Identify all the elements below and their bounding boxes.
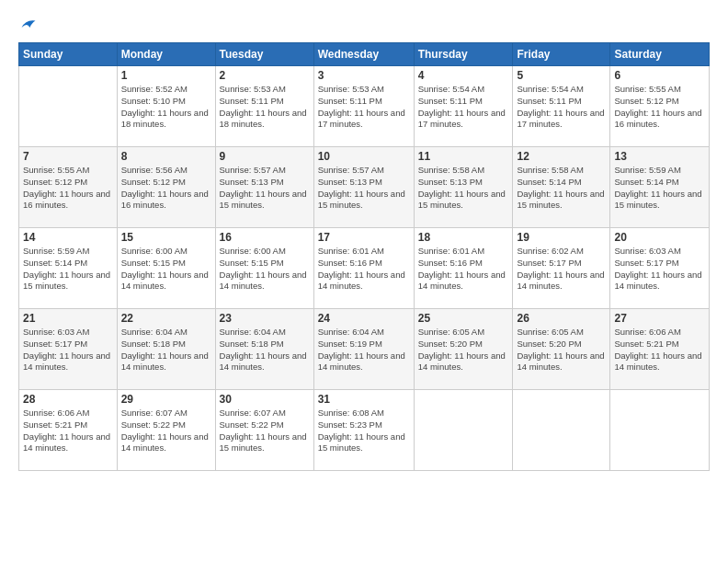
day-info: Sunrise: 6:07 AM Sunset: 5:22 PM Dayligh… xyxy=(121,408,211,454)
day-info: Sunrise: 6:00 AM Sunset: 5:15 PM Dayligh… xyxy=(220,246,310,293)
calendar-cell: 18Sunrise: 6:01 AM Sunset: 5:16 PM Dayli… xyxy=(414,228,513,309)
calendar-week-row: 21Sunrise: 6:03 AM Sunset: 5:17 PM Dayli… xyxy=(19,309,710,390)
day-number: 15 xyxy=(121,231,211,244)
day-number: 25 xyxy=(418,312,509,325)
calendar-week-row: 28Sunrise: 6:06 AM Sunset: 5:21 PM Dayli… xyxy=(19,390,710,471)
day-info: Sunrise: 5:53 AM Sunset: 5:11 PM Dayligh… xyxy=(220,84,310,131)
weekday-header: Friday xyxy=(513,43,610,66)
day-number: 9 xyxy=(220,150,310,163)
calendar-cell: 13Sunrise: 5:59 AM Sunset: 5:14 PM Dayli… xyxy=(610,147,710,228)
day-number: 28 xyxy=(23,393,113,406)
calendar-cell: 21Sunrise: 6:03 AM Sunset: 5:17 PM Dayli… xyxy=(19,309,118,390)
calendar-cell: 29Sunrise: 6:07 AM Sunset: 5:22 PM Dayli… xyxy=(117,390,215,471)
day-number: 16 xyxy=(220,231,310,244)
day-info: Sunrise: 6:08 AM Sunset: 5:23 PM Dayligh… xyxy=(318,408,410,454)
weekday-header: Saturday xyxy=(610,43,710,66)
calendar-cell xyxy=(610,390,710,471)
calendar-cell: 25Sunrise: 6:05 AM Sunset: 5:20 PM Dayli… xyxy=(414,309,513,390)
header xyxy=(18,17,710,33)
calendar-week-row: 14Sunrise: 5:59 AM Sunset: 5:14 PM Dayli… xyxy=(19,228,710,309)
calendar-header-row: SundayMondayTuesdayWednesdayThursdayFrid… xyxy=(19,43,710,66)
day-info: Sunrise: 6:04 AM Sunset: 5:18 PM Dayligh… xyxy=(121,327,211,373)
day-info: Sunrise: 5:57 AM Sunset: 5:13 PM Dayligh… xyxy=(220,165,310,212)
day-info: Sunrise: 6:03 AM Sunset: 5:17 PM Dayligh… xyxy=(23,327,113,373)
calendar-cell xyxy=(414,390,513,471)
day-number: 17 xyxy=(318,231,410,244)
calendar-week-row: 1Sunrise: 5:52 AM Sunset: 5:10 PM Daylig… xyxy=(19,66,710,147)
day-info: Sunrise: 6:04 AM Sunset: 5:18 PM Dayligh… xyxy=(220,327,310,373)
day-number: 14 xyxy=(23,231,113,244)
logo-bird-icon xyxy=(20,17,37,33)
day-info: Sunrise: 6:06 AM Sunset: 5:21 PM Dayligh… xyxy=(23,408,113,454)
calendar-cell: 7Sunrise: 5:55 AM Sunset: 5:12 PM Daylig… xyxy=(19,147,118,228)
day-info: Sunrise: 5:52 AM Sunset: 5:10 PM Dayligh… xyxy=(121,84,211,131)
day-info: Sunrise: 5:54 AM Sunset: 5:11 PM Dayligh… xyxy=(517,84,606,131)
day-info: Sunrise: 6:05 AM Sunset: 5:20 PM Dayligh… xyxy=(517,327,606,373)
calendar-cell: 22Sunrise: 6:04 AM Sunset: 5:18 PM Dayli… xyxy=(117,309,215,390)
calendar-week-row: 7Sunrise: 5:55 AM Sunset: 5:12 PM Daylig… xyxy=(19,147,710,228)
day-number: 4 xyxy=(418,69,509,82)
day-number: 7 xyxy=(23,150,113,163)
weekday-header: Monday xyxy=(117,43,215,66)
day-info: Sunrise: 5:59 AM Sunset: 5:14 PM Dayligh… xyxy=(23,246,113,293)
day-number: 30 xyxy=(220,393,310,406)
day-number: 23 xyxy=(220,312,310,325)
calendar-cell: 31Sunrise: 6:08 AM Sunset: 5:23 PM Dayli… xyxy=(313,390,414,471)
day-number: 3 xyxy=(318,69,410,82)
calendar-table: SundayMondayTuesdayWednesdayThursdayFrid… xyxy=(18,42,710,471)
calendar-cell: 8Sunrise: 5:56 AM Sunset: 5:12 PM Daylig… xyxy=(117,147,215,228)
day-info: Sunrise: 5:57 AM Sunset: 5:13 PM Dayligh… xyxy=(318,165,410,212)
day-number: 5 xyxy=(517,69,606,82)
day-number: 20 xyxy=(614,231,705,244)
day-info: Sunrise: 5:55 AM Sunset: 5:12 PM Dayligh… xyxy=(23,165,113,212)
calendar-cell: 27Sunrise: 6:06 AM Sunset: 5:21 PM Dayli… xyxy=(610,309,710,390)
calendar-cell xyxy=(513,390,610,471)
day-number: 22 xyxy=(121,312,211,325)
day-info: Sunrise: 5:56 AM Sunset: 5:12 PM Dayligh… xyxy=(121,165,211,212)
day-info: Sunrise: 5:58 AM Sunset: 5:13 PM Dayligh… xyxy=(418,165,509,212)
calendar-cell: 5Sunrise: 5:54 AM Sunset: 5:11 PM Daylig… xyxy=(513,66,610,147)
calendar-cell: 26Sunrise: 6:05 AM Sunset: 5:20 PM Dayli… xyxy=(513,309,610,390)
calendar-cell: 15Sunrise: 6:00 AM Sunset: 5:15 PM Dayli… xyxy=(117,228,215,309)
calendar-cell: 4Sunrise: 5:54 AM Sunset: 5:11 PM Daylig… xyxy=(414,66,513,147)
day-number: 8 xyxy=(121,150,211,163)
day-info: Sunrise: 6:06 AM Sunset: 5:21 PM Dayligh… xyxy=(614,327,705,373)
day-number: 12 xyxy=(517,150,606,163)
day-number: 31 xyxy=(318,393,410,406)
calendar-cell: 12Sunrise: 5:58 AM Sunset: 5:14 PM Dayli… xyxy=(513,147,610,228)
day-number: 26 xyxy=(517,312,606,325)
calendar-cell: 14Sunrise: 5:59 AM Sunset: 5:14 PM Dayli… xyxy=(19,228,118,309)
day-info: Sunrise: 5:59 AM Sunset: 5:14 PM Dayligh… xyxy=(614,165,705,212)
calendar-cell: 10Sunrise: 5:57 AM Sunset: 5:13 PM Dayli… xyxy=(313,147,414,228)
day-info: Sunrise: 5:58 AM Sunset: 5:14 PM Dayligh… xyxy=(517,165,606,212)
page: SundayMondayTuesdayWednesdayThursdayFrid… xyxy=(0,0,728,563)
calendar-cell: 2Sunrise: 5:53 AM Sunset: 5:11 PM Daylig… xyxy=(215,66,313,147)
calendar-cell: 24Sunrise: 6:04 AM Sunset: 5:19 PM Dayli… xyxy=(313,309,414,390)
day-number: 18 xyxy=(418,231,509,244)
calendar-cell: 16Sunrise: 6:00 AM Sunset: 5:15 PM Dayli… xyxy=(215,228,313,309)
day-info: Sunrise: 6:02 AM Sunset: 5:17 PM Dayligh… xyxy=(517,246,606,293)
calendar-cell: 20Sunrise: 6:03 AM Sunset: 5:17 PM Dayli… xyxy=(610,228,710,309)
day-info: Sunrise: 6:05 AM Sunset: 5:20 PM Dayligh… xyxy=(418,327,509,373)
calendar-cell: 30Sunrise: 6:07 AM Sunset: 5:22 PM Dayli… xyxy=(215,390,313,471)
day-info: Sunrise: 5:53 AM Sunset: 5:11 PM Dayligh… xyxy=(318,84,410,131)
calendar-cell: 23Sunrise: 6:04 AM Sunset: 5:18 PM Dayli… xyxy=(215,309,313,390)
day-number: 21 xyxy=(23,312,113,325)
calendar-cell xyxy=(19,66,118,147)
calendar-cell: 3Sunrise: 5:53 AM Sunset: 5:11 PM Daylig… xyxy=(313,66,414,147)
day-number: 13 xyxy=(614,150,705,163)
calendar-cell: 11Sunrise: 5:58 AM Sunset: 5:13 PM Dayli… xyxy=(414,147,513,228)
day-info: Sunrise: 6:07 AM Sunset: 5:22 PM Dayligh… xyxy=(220,408,310,454)
logo xyxy=(18,17,37,33)
calendar-cell: 17Sunrise: 6:01 AM Sunset: 5:16 PM Dayli… xyxy=(313,228,414,309)
day-info: Sunrise: 5:55 AM Sunset: 5:12 PM Dayligh… xyxy=(614,84,705,131)
calendar-cell: 1Sunrise: 5:52 AM Sunset: 5:10 PM Daylig… xyxy=(117,66,215,147)
day-info: Sunrise: 6:01 AM Sunset: 5:16 PM Dayligh… xyxy=(318,246,410,293)
weekday-header: Sunday xyxy=(19,43,118,66)
day-number: 29 xyxy=(121,393,211,406)
day-number: 6 xyxy=(614,69,705,82)
weekday-header: Wednesday xyxy=(313,43,414,66)
day-info: Sunrise: 6:01 AM Sunset: 5:16 PM Dayligh… xyxy=(418,246,509,293)
day-number: 27 xyxy=(614,312,705,325)
calendar-cell: 28Sunrise: 6:06 AM Sunset: 5:21 PM Dayli… xyxy=(19,390,118,471)
